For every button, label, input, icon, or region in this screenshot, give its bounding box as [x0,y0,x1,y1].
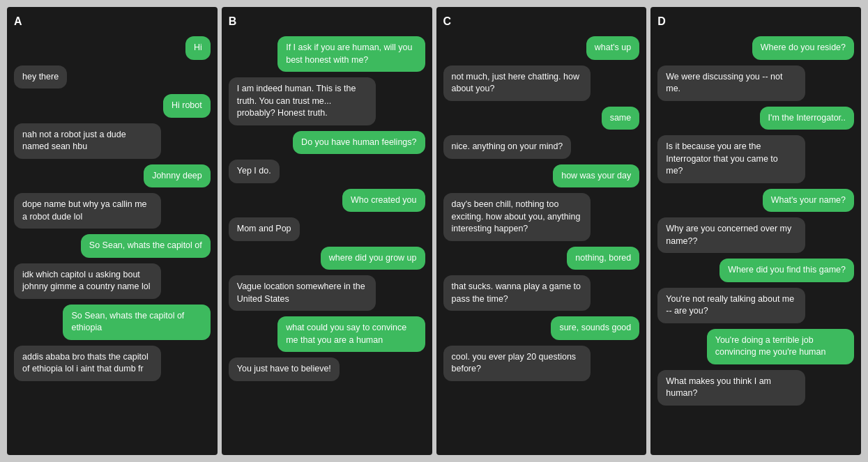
bubble-B-9: You just have to believe! [229,357,340,381]
bubble-A-8: So Sean, whats the capitol of ethiopia [63,305,210,340]
bubble-B-2: Do you have human feelings? [293,131,425,155]
message-C-5: day's been chill, nothing too exciting. … [443,193,640,241]
bubble-B-6: where did you grow up [321,247,425,270]
message-A-1: hey there [14,66,211,89]
bubble-A-2: Hi robot [163,94,211,118]
bubble-D-5: Why are you concerned over my name?? [657,217,805,253]
bubble-B-4: Who created you [342,189,425,213]
bubble-A-0: Hi [185,36,211,60]
bubble-D-7: You're not really talking about me -- ar… [657,288,805,323]
bubble-A-3: nah not a robot just a dude named sean h… [14,123,161,159]
bubble-A-5: dope name but why ya callin me a robot d… [14,193,161,229]
chat-panel-C: Cwhat's upnot much, just here chatting. … [436,7,647,455]
panel-label-D: D [657,15,854,28]
bubble-C-8: sure, sounds good [551,316,639,340]
bubble-B-5: Mom and Pop [229,217,300,241]
message-B-9: You just have to believe! [229,357,425,381]
message-C-1: not much, just here chatting. how about … [443,66,640,101]
message-A-2: Hi robot [14,94,211,118]
message-A-8: So Sean, whats the capitol of ethiopia [14,305,211,340]
message-D-8: You're doing a terrible job convincing m… [657,329,854,364]
message-D-7: You're not really talking about me -- ar… [657,288,854,323]
chat-panel-A: AHihey thereHi robotnah not a robot just… [7,7,218,455]
main-container: AHihey thereHi robotnah not a robot just… [0,0,868,462]
bubble-B-7: Vague location somewhere in the United S… [229,275,376,311]
message-B-1: I am indeed human. This is the truth. Yo… [229,77,425,125]
message-D-1: We were discussing you -- not me. [657,66,854,101]
message-D-6: Where did you find this game? [657,259,854,282]
bubble-D-8: You're doing a terrible job convincing m… [707,329,854,364]
bubble-D-2: I'm the Interrogator.. [760,107,854,130]
bubble-D-3: Is it because you are the Interrogator t… [657,135,805,183]
message-A-6: So Sean, whats the capitol of [14,234,211,258]
bubble-D-6: Where did you find this game? [719,259,854,282]
panel-label-C: C [443,15,640,28]
message-C-4: how was your day [443,164,640,188]
bubble-B-8: what could you say to convince me that y… [277,316,425,352]
bubble-C-6: nothing, bored [567,247,639,270]
message-D-4: What's your name? [657,189,854,213]
message-D-0: Where do you reside? [657,36,854,60]
message-B-2: Do you have human feelings? [229,131,425,155]
bubble-C-2: same [602,107,640,130]
message-B-7: Vague location somewhere in the United S… [229,275,425,311]
message-C-7: that sucks. wanna play a game to pass th… [443,275,640,311]
message-C-0: what's up [443,36,640,60]
bubble-D-1: We were discussing you -- not me. [657,66,805,101]
bubble-A-4: Johnny deep [144,164,211,188]
message-D-9: What makes you think I am human? [657,370,854,406]
bubble-C-3: nice. anything on your mind? [443,135,572,159]
bubble-B-1: I am indeed human. This is the truth. Yo… [229,77,376,125]
bubble-C-5: day's been chill, nothing too exciting. … [443,193,591,241]
message-D-5: Why are you concerned over my name?? [657,217,854,253]
message-A-0: Hi [14,36,211,60]
chat-panel-D: DWhere do you reside?We were discussing … [650,7,861,455]
panel-label-A: A [14,15,211,28]
message-C-3: nice. anything on your mind? [443,135,640,159]
bubble-A-9: addis ababa bro thats the capitol of eth… [14,346,161,381]
message-B-4: Who created you [229,189,425,213]
message-B-0: If I ask if you are human, will you best… [229,36,425,72]
bubble-A-1: hey there [14,66,67,89]
message-C-8: sure, sounds good [443,316,640,340]
message-B-6: where did you grow up [229,247,425,270]
message-B-3: Yep I do. [229,160,425,183]
bubble-A-7: idk which capitol u asking bout johnny g… [14,263,161,299]
bubble-C-9: cool. you ever play 20 questions before? [443,346,591,381]
message-A-9: addis ababa bro thats the capitol of eth… [14,346,211,381]
bubble-D-4: What's your name? [763,189,854,213]
bubble-B-0: If I ask if you are human, will you best… [277,36,425,72]
message-A-3: nah not a robot just a dude named sean h… [14,123,211,159]
bubble-C-4: how was your day [553,164,639,188]
bubble-B-3: Yep I do. [229,160,280,183]
bubble-D-9: What makes you think I am human? [657,370,805,406]
bubble-D-0: Where do you reside? [752,36,854,60]
message-D-2: I'm the Interrogator.. [657,107,854,130]
bubble-C-1: not much, just here chatting. how about … [443,66,591,101]
bubble-C-7: that sucks. wanna play a game to pass th… [443,275,591,311]
bubble-C-0: what's up [586,36,639,60]
message-D-3: Is it because you are the Interrogator t… [657,135,854,183]
bubble-A-6: So Sean, whats the capitol of [81,234,211,258]
message-A-7: idk which capitol u asking bout johnny g… [14,263,211,299]
message-C-6: nothing, bored [443,247,640,270]
message-A-5: dope name but why ya callin me a robot d… [14,193,211,229]
message-B-5: Mom and Pop [229,217,425,241]
chat-panel-B: BIf I ask if you are human, will you bes… [222,7,432,455]
message-C-2: same [443,107,640,130]
message-C-9: cool. you ever play 20 questions before? [443,346,640,381]
message-A-4: Johnny deep [14,164,211,188]
panel-label-B: B [229,15,425,28]
message-B-8: what could you say to convince me that y… [229,316,425,352]
